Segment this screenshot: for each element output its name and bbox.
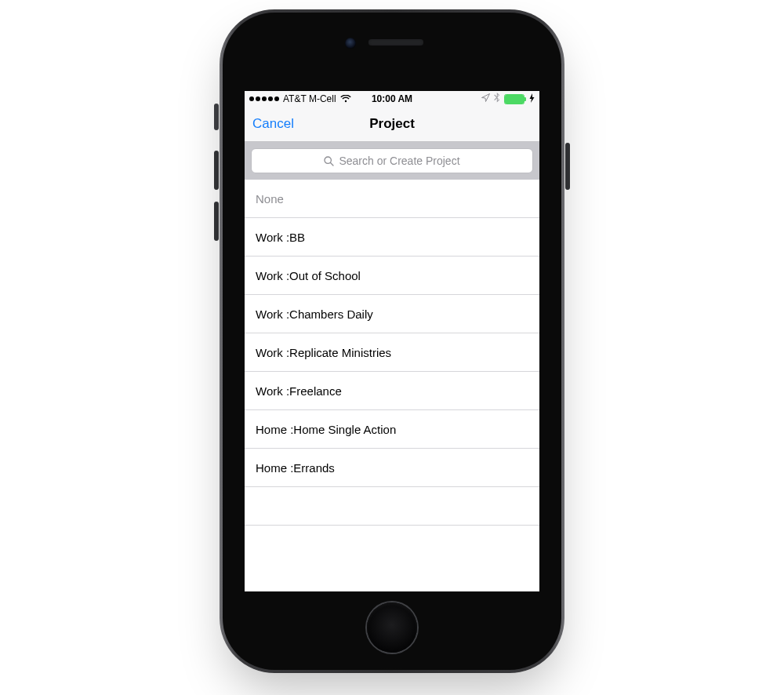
power-button — [565, 143, 570, 190]
search-icon — [324, 156, 334, 166]
volume-down-button — [214, 202, 219, 241]
list-item-label: Work :Replicate Ministries — [256, 346, 391, 359]
volume-up-button — [214, 151, 219, 190]
location-icon — [481, 93, 490, 104]
list-item-empty — [245, 487, 539, 526]
status-bar: AT&T M-Cell 10:00 AM — [245, 91, 539, 107]
cancel-button[interactable]: Cancel — [252, 116, 294, 132]
list-item[interactable]: Work :Freelance — [245, 372, 539, 410]
device-frame: AT&T M-Cell 10:00 AM — [220, 9, 564, 673]
search-placeholder: Search or Create Project — [339, 155, 459, 167]
ringer-switch — [214, 104, 219, 130]
battery-charging-icon — [529, 93, 535, 105]
list-item[interactable]: Work :Out of School — [245, 257, 539, 295]
list-item-label: Work :Chambers Daily — [256, 307, 373, 321]
list-item-label: Work :BB — [256, 231, 305, 244]
list-item[interactable]: Work :Chambers Daily — [245, 295, 539, 333]
list-item-label: Home :Errands — [256, 461, 335, 475]
search-input[interactable]: Search or Create Project — [251, 148, 533, 173]
list-item[interactable]: Work :BB — [245, 218, 539, 257]
bluetooth-icon — [494, 93, 500, 105]
status-bar-clock: 10:00 AM — [372, 93, 412, 104]
project-list: None Work :BB Work :Out of School Work :… — [245, 180, 539, 563]
list-item-label: Work :Freelance — [256, 384, 342, 398]
list-item-none[interactable]: None — [245, 180, 539, 218]
status-bar-left: AT&T M-Cell — [249, 93, 351, 104]
svg-line-1 — [331, 162, 334, 166]
list-item[interactable]: Home :Home Single Action — [245, 410, 539, 449]
list-item[interactable]: Work :Replicate Ministries — [245, 333, 539, 372]
list-item-label: Work :Out of School — [256, 269, 361, 282]
list-item-label: None — [256, 192, 284, 206]
front-camera — [345, 38, 356, 49]
list-item-label: Home :Home Single Action — [256, 423, 396, 436]
list-item[interactable]: Home :Errands — [245, 449, 539, 487]
earpiece-speaker — [368, 39, 423, 45]
page-title: Project — [369, 116, 415, 132]
wifi-icon — [340, 95, 351, 103]
screen: AT&T M-Cell 10:00 AM — [245, 91, 539, 591]
status-bar-right — [481, 93, 535, 105]
battery-icon — [504, 94, 524, 104]
home-button[interactable] — [367, 602, 417, 653]
list-item-empty — [245, 526, 539, 563]
carrier-label: AT&T M-Cell — [283, 93, 336, 104]
cell-signal-icon — [249, 96, 279, 101]
nav-bar: Cancel Project — [245, 107, 539, 142]
search-bar: Search or Create Project — [245, 142, 539, 180]
device-inner: AT&T M-Cell 10:00 AM — [223, 13, 561, 670]
